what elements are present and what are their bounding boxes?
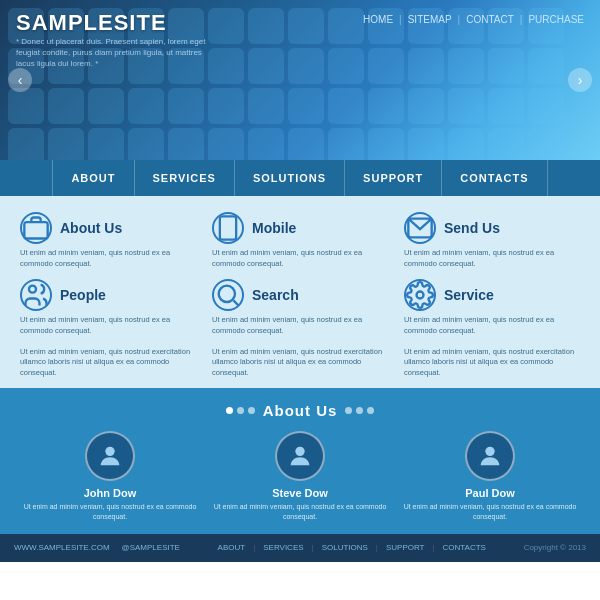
nav-sitemap[interactable]: SITEMAP: [408, 14, 452, 25]
feature-text: Ut enim ad minim veniam, quis nostrud ex…: [404, 248, 580, 269]
dot-1: [226, 407, 233, 414]
features-grid: About Us Ut enim ad minim veniam, quis n…: [20, 212, 580, 378]
envelope-icon: [404, 212, 436, 244]
avatar: [85, 431, 135, 481]
about-dots-left: [226, 407, 255, 414]
team-member-2: Paul Dow Ut enim ad minim veniam, quis n…: [400, 431, 580, 522]
footer-copyright: Copyright © 2013: [524, 543, 586, 552]
search-icon: [212, 279, 244, 311]
svg-point-5: [29, 286, 36, 293]
header-nav: HOME | SITEMAP | CONTACT | PURCHASE: [363, 10, 584, 25]
feature-item-service: Service Ut enim ad minim veniam, quis no…: [404, 279, 580, 378]
about-title: About Us: [263, 402, 338, 419]
footer-nav: ABOUT | SERVICES | SOLUTIONS | SUPPORT |…: [218, 543, 486, 552]
mobile-icon: [212, 212, 244, 244]
feature-header: Mobile: [212, 212, 388, 244]
feature-title: Send Us: [444, 220, 500, 236]
feature-title: Service: [444, 287, 494, 303]
nav-solutions[interactable]: SOLUTIONS: [235, 160, 345, 196]
footer-social[interactable]: @SAMPLESITE: [122, 543, 180, 552]
feature-header: People: [20, 279, 196, 311]
feature-header: About Us: [20, 212, 196, 244]
member-text: Ut enim ad minim veniam, quis nostrud ex…: [20, 502, 200, 522]
feature-text: Ut enim ad minim veniam, quis nostrud ex…: [212, 315, 388, 378]
about-dots-right: [345, 407, 374, 414]
team-member-1: Steve Dow Ut enim ad minim veniam, quis …: [210, 431, 390, 522]
feature-item-mobile: Mobile Ut enim ad minim veniam, quis nos…: [212, 212, 388, 269]
svg-rect-2: [220, 216, 236, 239]
about-section: About Us John Dow Ut enim ad minim venia…: [0, 388, 600, 534]
briefcase-icon: [20, 212, 52, 244]
dot-5: [356, 407, 363, 414]
member-text: Ut enim ad minim veniam, quis nostrud ex…: [400, 502, 580, 522]
main-content: About Us Ut enim ad minim veniam, quis n…: [0, 196, 600, 388]
nav-contacts[interactable]: CONTACTS: [442, 160, 547, 196]
feature-item-search: Search Ut enim ad minim veniam, quis nos…: [212, 279, 388, 378]
feature-header: Search: [212, 279, 388, 311]
carousel-left-button[interactable]: ‹: [8, 68, 32, 92]
dot-6: [367, 407, 374, 414]
dot-2: [237, 407, 244, 414]
footer-url[interactable]: WWW.SAMPLESITE.COM: [14, 543, 110, 552]
feature-text: Ut enim ad minim veniam, quis nostrud ex…: [20, 248, 196, 269]
svg-rect-0: [24, 222, 47, 238]
team-grid: John Dow Ut enim ad minim veniam, quis n…: [20, 431, 580, 522]
header: // Generate tiles for(let i=0;i<80;i++) …: [0, 0, 600, 160]
svg-point-11: [485, 447, 494, 456]
main-navbar: ABOUT SERVICES SOLUTIONS SUPPORT CONTACT…: [0, 160, 600, 196]
footer-left: WWW.SAMPLESITE.COM @SAMPLESITE: [14, 543, 180, 552]
member-name: Paul Dow: [465, 487, 515, 499]
svg-point-10: [295, 447, 304, 456]
footer: WWW.SAMPLESITE.COM @SAMPLESITE ABOUT | S…: [0, 534, 600, 562]
nav-home[interactable]: HOME: [363, 14, 393, 25]
member-name: John Dow: [84, 487, 137, 499]
dot-3: [248, 407, 255, 414]
feature-title: About Us: [60, 220, 122, 236]
people-icon: [20, 279, 52, 311]
nav-purchase[interactable]: PURCHASE: [528, 14, 584, 25]
about-header: About Us: [20, 402, 580, 419]
dot-4: [345, 407, 352, 414]
member-name: Steve Dow: [272, 487, 328, 499]
footer-nav-solutions[interactable]: SOLUTIONS: [322, 543, 368, 552]
footer-nav-support[interactable]: SUPPORT: [386, 543, 425, 552]
feature-item-about-us: About Us Ut enim ad minim veniam, quis n…: [20, 212, 196, 269]
feature-title: Search: [252, 287, 299, 303]
svg-line-7: [233, 300, 238, 305]
feature-title: Mobile: [252, 220, 296, 236]
header-subtitle: * Donec ut placerat duis. Praesent sapie…: [16, 36, 216, 70]
footer-nav-contacts[interactable]: CONTACTS: [443, 543, 486, 552]
feature-text: Ut enim ad minim veniam, quis nostrud ex…: [212, 248, 388, 269]
feature-text: Ut enim ad minim veniam, quis nostrud ex…: [20, 315, 196, 378]
svg-point-6: [219, 286, 235, 302]
footer-nav-about[interactable]: ABOUT: [218, 543, 246, 552]
header-top: SAMPLESITE HOME | SITEMAP | CONTACT | PU…: [0, 0, 600, 36]
feature-header: Service: [404, 279, 580, 311]
nav-support[interactable]: SUPPORT: [345, 160, 442, 196]
avatar: [275, 431, 325, 481]
avatar: [465, 431, 515, 481]
feature-header: Send Us: [404, 212, 580, 244]
carousel-right-button[interactable]: ›: [568, 68, 592, 92]
nav-services[interactable]: SERVICES: [135, 160, 235, 196]
feature-text: Ut enim ad minim veniam, quis nostrud ex…: [404, 315, 580, 378]
svg-point-9: [105, 447, 114, 456]
team-member-0: John Dow Ut enim ad minim veniam, quis n…: [20, 431, 200, 522]
footer-nav-services[interactable]: SERVICES: [263, 543, 303, 552]
feature-title: People: [60, 287, 106, 303]
feature-item-send-us: Send Us Ut enim ad minim veniam, quis no…: [404, 212, 580, 269]
nav-about[interactable]: ABOUT: [52, 160, 134, 196]
feature-item-people: People Ut enim ad minim veniam, quis nos…: [20, 279, 196, 378]
site-logo: SAMPLESITE: [16, 10, 167, 36]
nav-contact[interactable]: CONTACT: [466, 14, 514, 25]
member-text: Ut enim ad minim veniam, quis nostrud ex…: [210, 502, 390, 522]
gear-icon: [404, 279, 436, 311]
svg-point-8: [417, 292, 424, 299]
